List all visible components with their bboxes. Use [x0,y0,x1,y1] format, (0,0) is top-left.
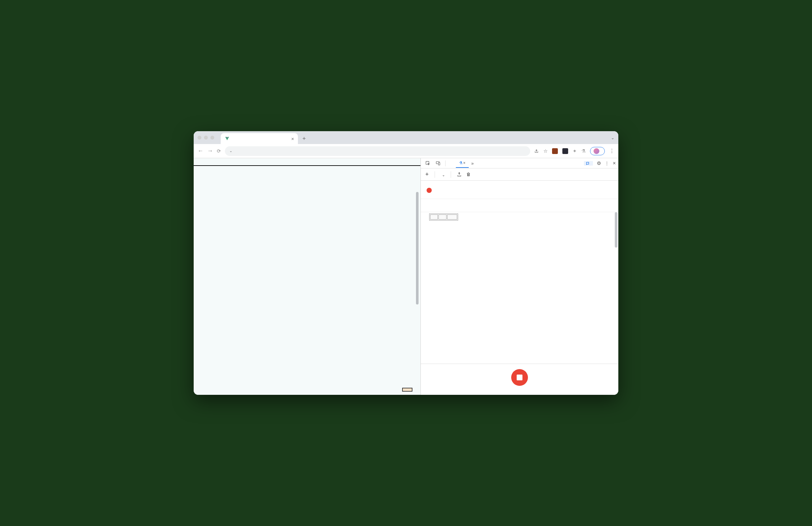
devtools-scrollbar[interactable] [615,212,618,247]
forward-button[interactable]: → [207,148,213,154]
recording-indicator-icon [426,188,432,193]
settings-gear-icon[interactable]: ⚙ [597,161,601,166]
browser-window: × + ⌄ ← → ⟳ ⌄ ☆ ✦ ⚗ ⋮ [194,131,618,395]
profile-paused-badge[interactable] [590,147,605,155]
reload-button[interactable]: ⟳ [217,148,221,154]
page-scrollbar[interactable] [416,192,419,304]
window-controls [198,136,214,139]
chevron-down-icon[interactable]: ⌄ [611,135,614,140]
browser-tab-strip: × + ⌄ [194,131,618,144]
close-tab-icon[interactable]: × [463,161,465,165]
recorder-toolbar: + ⌄ [421,168,618,181]
back-button[interactable]: ← [198,148,203,154]
browser-toolbar: ← → ⟳ ⌄ ☆ ✦ ⚗ ⋮ [194,144,618,158]
flask-icon[interactable]: ⚗ [581,148,585,154]
extension-icon-1[interactable] [552,148,558,154]
stop-icon [517,375,522,380]
cart-total-box[interactable] [402,388,412,392]
more-tabs-icon[interactable]: » [471,161,474,166]
issues-badge[interactable] [584,161,593,166]
chevron-down-icon: ⌄ [442,173,445,177]
steps-area [421,212,618,364]
step-thumbnail [429,213,458,221]
export-icon[interactable] [457,172,462,177]
site-info-icon[interactable]: ⌄ [229,149,232,153]
share-icon[interactable] [534,149,539,153]
flask-icon: ⚗ [459,161,463,165]
svg-rect-2 [438,162,440,165]
avatar-icon [594,148,599,154]
extension-icon-2[interactable] [562,148,568,154]
recording-title-row [421,181,618,199]
maximize-window-button[interactable] [211,136,214,139]
devtools-panel: ⚗ × » ⚙ ⋮ × + ⌄ [420,158,618,395]
close-tab-icon[interactable]: × [291,136,294,141]
vue-icon [224,136,230,141]
kebab-menu-icon[interactable]: ⋮ [609,148,614,154]
recording-selector[interactable]: ⌄ [441,172,445,178]
bookmark-star-icon[interactable]: ☆ [543,148,548,154]
browser-tab[interactable]: × [221,133,298,144]
page-nav [194,158,420,166]
inspect-element-icon[interactable] [423,161,432,166]
kebab-menu-icon[interactable]: ⋮ [605,161,609,166]
minimize-window-button[interactable] [204,136,208,139]
new-tab-button[interactable]: + [302,135,306,142]
coffee-grid [194,166,420,179]
url-bar[interactable]: ⌄ [225,146,530,156]
new-recording-button[interactable]: + [425,171,429,178]
tab-recorder[interactable]: ⚗ × [456,159,469,168]
delete-icon[interactable] [466,172,471,177]
close-window-button[interactable] [198,136,201,139]
end-recording-section [421,364,618,395]
extensions-puzzle-icon[interactable]: ✦ [572,148,577,154]
tab-elements[interactable] [448,161,454,165]
devtools-tab-bar: ⚗ × » ⚙ ⋮ × [421,158,618,168]
stop-recording-button[interactable] [511,369,528,386]
page-viewport [194,158,420,395]
recording-settings [421,199,618,212]
device-toggle-icon[interactable] [434,161,443,166]
close-devtools-icon[interactable]: × [613,161,616,166]
